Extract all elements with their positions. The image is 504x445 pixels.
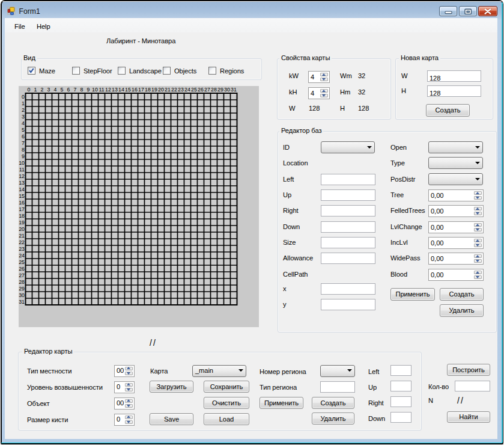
svg-text:4: 4: [22, 120, 25, 126]
svg-text:2: 2: [41, 87, 44, 93]
svg-text:20: 20: [158, 87, 164, 93]
svg-text:0: 0: [28, 87, 31, 93]
svg-text:16: 16: [19, 200, 25, 206]
svg-text:22: 22: [171, 87, 177, 93]
svg-text:23: 23: [178, 87, 184, 93]
svg-text:29: 29: [19, 286, 25, 292]
svg-text:6: 6: [67, 87, 70, 93]
svg-text:10: 10: [19, 160, 25, 166]
svg-text:20: 20: [19, 226, 25, 232]
svg-text:0: 0: [22, 94, 25, 100]
svg-text:14: 14: [19, 186, 25, 192]
svg-text:9: 9: [87, 87, 90, 93]
svg-text:25: 25: [191, 87, 197, 93]
svg-text:12: 12: [19, 173, 25, 179]
svg-text:14: 14: [118, 87, 124, 93]
svg-text:8: 8: [22, 147, 25, 153]
svg-text:6: 6: [22, 134, 25, 140]
svg-text:28: 28: [211, 87, 217, 93]
svg-text:4: 4: [54, 87, 57, 93]
svg-text:5: 5: [61, 87, 64, 93]
svg-text:21: 21: [165, 87, 171, 93]
svg-text:31: 31: [19, 299, 25, 305]
svg-text:15: 15: [19, 193, 25, 199]
svg-text:11: 11: [99, 87, 104, 93]
svg-text:8: 8: [80, 87, 83, 93]
svg-text:17: 17: [19, 206, 25, 212]
svg-text:27: 27: [204, 87, 210, 93]
svg-text:12: 12: [105, 87, 111, 93]
svg-text:30: 30: [19, 292, 25, 298]
svg-text:1: 1: [22, 100, 25, 106]
svg-text:19: 19: [151, 87, 157, 93]
svg-text:9: 9: [22, 153, 25, 159]
svg-text:22: 22: [19, 239, 25, 245]
svg-text:3: 3: [22, 114, 25, 120]
svg-text:30: 30: [224, 87, 230, 93]
svg-text:21: 21: [19, 233, 25, 239]
svg-text:13: 13: [19, 180, 25, 186]
svg-text:17: 17: [138, 87, 144, 93]
svg-text:10: 10: [92, 87, 98, 93]
svg-text:29: 29: [217, 87, 223, 93]
svg-text:27: 27: [19, 272, 25, 278]
svg-text:13: 13: [112, 87, 118, 93]
svg-text:11: 11: [19, 167, 25, 173]
svg-text:19: 19: [19, 219, 25, 226]
svg-text:2: 2: [22, 107, 25, 113]
svg-text:16: 16: [132, 87, 138, 93]
svg-text:25: 25: [19, 259, 25, 265]
svg-text:24: 24: [19, 253, 25, 259]
svg-text:1: 1: [34, 87, 37, 93]
svg-text:18: 18: [19, 213, 25, 219]
svg-text:26: 26: [198, 87, 204, 93]
svg-text:24: 24: [184, 87, 190, 93]
svg-text:23: 23: [19, 246, 25, 252]
svg-text:26: 26: [19, 266, 25, 272]
svg-text:18: 18: [145, 87, 151, 93]
svg-text:5: 5: [22, 127, 25, 133]
svg-text:3: 3: [47, 87, 50, 93]
svg-text:31: 31: [231, 87, 237, 93]
svg-text:28: 28: [19, 279, 25, 285]
svg-text:7: 7: [22, 140, 25, 146]
svg-text:7: 7: [74, 87, 77, 93]
svg-text:15: 15: [125, 87, 131, 93]
